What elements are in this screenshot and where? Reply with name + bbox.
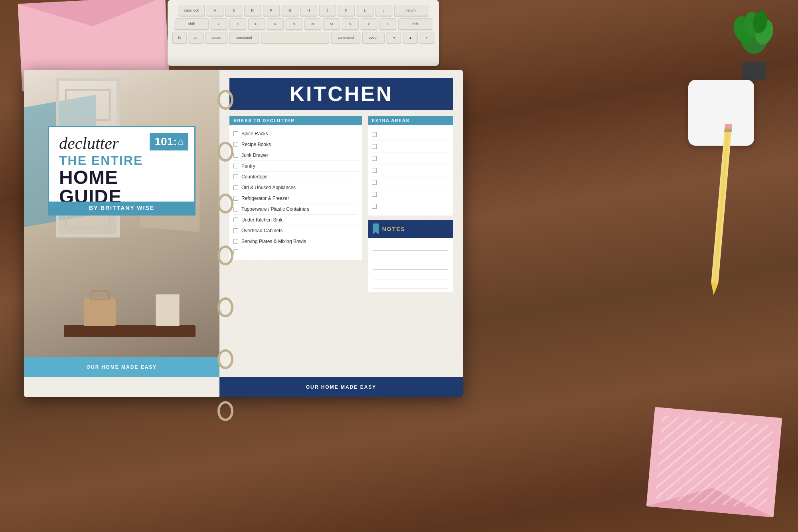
checkbox-9[interactable]	[233, 218, 238, 222]
checkbox-6[interactable]	[233, 185, 238, 190]
white-device	[688, 80, 754, 146]
key-slash: /	[379, 18, 396, 30]
checklist-item-10: Overhead Cabinets	[233, 225, 358, 236]
stack-item	[156, 294, 180, 326]
door-panel-top	[65, 89, 111, 121]
envelope-bottomright	[646, 407, 782, 518]
keyboard-row-1: caps lock A S D F G H J K L ; return	[172, 5, 434, 16]
extra-col-body	[368, 125, 453, 216]
item-text-5: Countertops	[241, 174, 267, 180]
item-text-10: Overhead Cabinets	[241, 228, 282, 233]
checklist-item-3: Junk Drawer	[233, 150, 358, 161]
note-line-4	[373, 270, 448, 279]
key-right: ▸	[420, 32, 434, 43]
extra-row-6	[372, 188, 449, 200]
extra-checkbox-1[interactable]	[372, 132, 377, 137]
pencil-tip	[710, 283, 719, 295]
binder-ring-4	[217, 245, 233, 265]
extra-checkbox-6[interactable]	[372, 192, 377, 197]
svg-rect-0	[742, 62, 766, 80]
right-page-kitchen: KITCHEN AREAS TO DECLUTTER Spice Racks R…	[219, 70, 463, 397]
extra-row-7	[372, 200, 449, 212]
key-cmd-l: command	[229, 32, 259, 43]
extra-row-1	[372, 129, 449, 140]
binder-ring-3	[217, 194, 233, 214]
key-capslock: caps lock	[179, 5, 205, 16]
left-page-footer: OUR HOME MADE EASY	[24, 357, 219, 377]
key-b: B	[286, 18, 302, 30]
checkbox-12[interactable]	[233, 249, 238, 254]
item-text-11: Serving Plates & Mixing Bowls	[241, 239, 306, 244]
declutter-column: AREAS TO DECLUTTER Spice Racks Recipe Bo…	[229, 116, 362, 292]
checklist-item-11: Serving Plates & Mixing Bowls	[233, 236, 358, 247]
item-text-4: Pantry	[241, 163, 255, 169]
checkbox-4[interactable]	[233, 164, 238, 168]
checklist-item-5: Countertops	[233, 172, 358, 182]
note-line-5	[373, 279, 448, 289]
extra-checkbox-2[interactable]	[372, 144, 377, 149]
checkbox-10[interactable]	[233, 228, 238, 233]
key-z: Z	[211, 18, 227, 30]
checkbox-2[interactable]	[233, 142, 238, 147]
key-h: H	[300, 5, 317, 16]
checkbox-11[interactable]	[233, 239, 238, 244]
title-declutter: declutter	[59, 134, 119, 152]
key-gt: >	[361, 18, 377, 30]
title-homeguide: HOME GUIDE	[59, 168, 184, 206]
key-shift-r: shift	[398, 18, 432, 30]
envelope-chevron-pattern	[655, 415, 773, 509]
binder-ring-2	[217, 142, 233, 162]
plant-decoration	[722, 0, 786, 80]
key-semi: ;	[375, 5, 392, 16]
bench-area	[64, 289, 196, 337]
checkbox-5[interactable]	[233, 174, 238, 179]
keyboard: caps lock A S D F G H J K L ; return shi…	[168, 0, 439, 66]
checkbox-7[interactable]	[233, 196, 238, 201]
key-x: X	[229, 18, 246, 30]
extra-row-3	[372, 152, 449, 164]
checklist-item-2: Recipe Books	[233, 139, 358, 150]
declutter-col-header: AREAS TO DECLUTTER	[229, 116, 362, 125]
key-left: ◂	[387, 32, 401, 43]
notes-label: NOTES	[382, 226, 405, 232]
key-ctrl: ctrl	[189, 32, 203, 43]
key-shift-l: shift	[175, 18, 209, 30]
extra-checkbox-7[interactable]	[372, 204, 377, 209]
author-banner: BY BRITTANY WISE	[49, 202, 194, 214]
checkbox-8[interactable]	[233, 207, 238, 212]
kitchen-title: KITCHEN	[229, 78, 453, 110]
item-text-6: Old & Unused Appliances	[241, 185, 296, 190]
checkbox-1[interactable]	[233, 131, 238, 136]
binder-ring-6	[217, 349, 233, 369]
checklist-item-4: Pantry	[233, 161, 358, 172]
extra-checkbox-4[interactable]	[372, 168, 377, 173]
key-option-l: option	[205, 32, 228, 43]
notes-section: NOTES	[368, 220, 453, 292]
item-text-7: Refrigerator & Freezer	[241, 196, 289, 201]
extra-checkbox-5[interactable]	[372, 180, 377, 185]
extra-checkbox-3[interactable]	[372, 156, 377, 161]
keyboard-row-2: shift Z X C V B N M < > / shift	[172, 18, 434, 30]
notes-header: NOTES	[368, 220, 453, 238]
extra-row-5	[372, 176, 449, 188]
binder-ring-1	[217, 90, 233, 110]
declutter-col-body: Spice Racks Recipe Books Junk Drawer Pan…	[229, 125, 362, 260]
extra-areas-column: EXTRA AREAS	[368, 116, 453, 292]
checklist-item-8: Tupperware / Plastic Containers	[233, 204, 358, 215]
right-page-footer: OUR HOME MADE EASY	[219, 377, 463, 397]
checklist-item-1: Spice Racks	[233, 129, 358, 139]
bench	[64, 325, 196, 337]
binder-ring-5	[217, 297, 233, 317]
keyboard-row-3: fn ctrl option command command option ◂ …	[172, 32, 434, 43]
key-lt: <	[342, 18, 359, 30]
key-c: C	[248, 18, 265, 30]
title-entire: THE ENTIRE	[59, 153, 184, 168]
checkbox-3[interactable]	[233, 153, 238, 158]
note-line-2	[373, 251, 448, 260]
key-fn: fn	[172, 32, 187, 43]
extra-row-2	[372, 140, 449, 152]
title-101-badge: 101: ⌂	[150, 133, 188, 150]
key-n: N	[304, 18, 321, 30]
title-overlay: declutter 101: ⌂ THE ENTIRE HOME GUIDE B…	[48, 126, 196, 216]
extra-col-header: EXTRA AREAS	[368, 116, 453, 125]
